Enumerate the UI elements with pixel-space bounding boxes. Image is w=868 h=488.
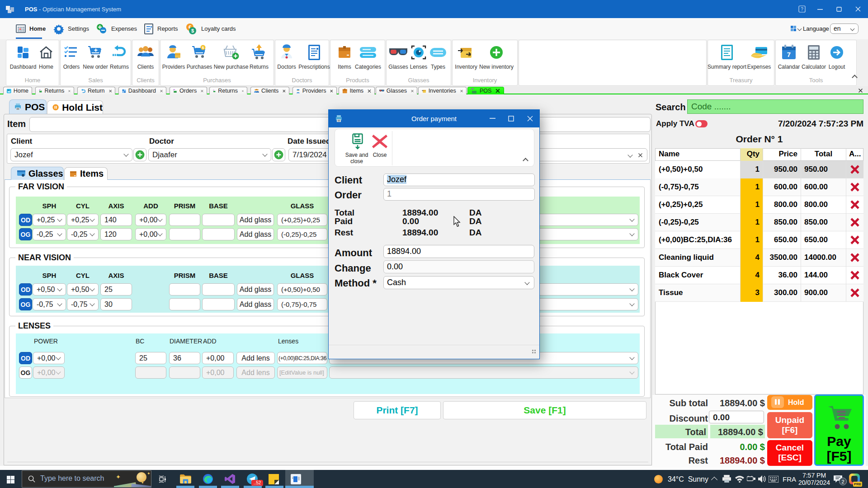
svg-text:?: ? <box>801 7 803 12</box>
svg-text:7: 7 <box>787 51 791 58</box>
svg-text:$: $ <box>202 46 204 50</box>
svg-text:$: $ <box>191 28 194 33</box>
